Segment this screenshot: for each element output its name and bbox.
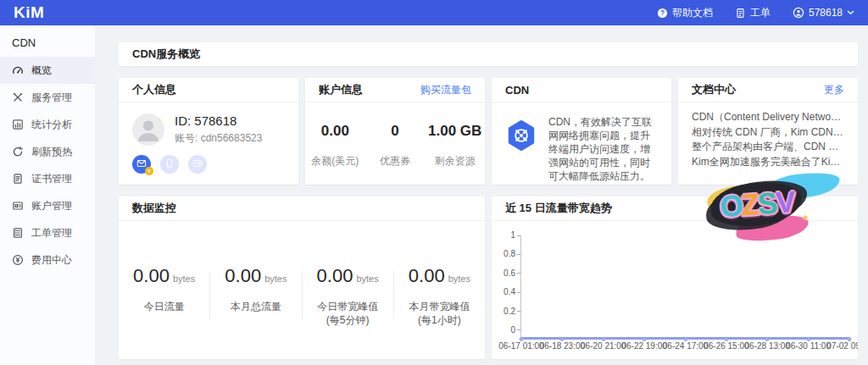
remaining-resource-label: 剩余资源 bbox=[425, 154, 485, 169]
bar-chart-icon bbox=[12, 119, 24, 130]
user-menu[interactable]: 578618 bbox=[793, 7, 854, 19]
today-traffic-value: 0.00 bbox=[133, 265, 170, 286]
today-peak-bandwidth-stat: 0.00bytes 今日带宽峰值(每5分钟) bbox=[303, 265, 393, 327]
x-tick-label: 06-18 23:00 bbox=[540, 341, 585, 351]
user-id-value: ID: 578618 bbox=[175, 113, 262, 128]
verified-badge: v bbox=[145, 167, 153, 175]
account-info-card: 账户信息 购买流量包 0.00 余额(美元) 0 优惠券 1.00 GB 剩余资… bbox=[305, 78, 485, 185]
phone-button[interactable] bbox=[160, 155, 179, 174]
sidebar-item-label: 证书管理 bbox=[31, 172, 72, 186]
cdn-card-title: CDN bbox=[505, 84, 529, 97]
help-docs-button[interactable]: ? 帮助文档 bbox=[657, 6, 713, 20]
id-card-button[interactable] bbox=[188, 155, 207, 174]
today-traffic-stat: 0.00bytes 今日流量 bbox=[119, 265, 209, 313]
balance-stat: 0.00 余额(美元) bbox=[305, 123, 365, 169]
y-tick-label: 0.6 bbox=[504, 269, 520, 278]
user-account-value: 账号: cdn56683523 bbox=[175, 131, 262, 146]
ticket-list-icon bbox=[12, 227, 24, 239]
x-tick-label: 06-22 19:00 bbox=[621, 341, 666, 351]
sidebar-item-label: 工单管理 bbox=[31, 226, 72, 241]
ticket-icon bbox=[735, 8, 746, 19]
email-verified-button[interactable]: v bbox=[132, 155, 151, 174]
x-tick-label: 07-02 09:00 bbox=[826, 341, 858, 351]
sidebar-item-account-management[interactable]: 账户管理 bbox=[0, 192, 95, 219]
doc-link[interactable]: CDN（Content Delivery Network），也即内容分发... bbox=[692, 110, 844, 125]
x-tick-label: 06-26 15:00 bbox=[704, 341, 748, 351]
chart-x-axis: 06-17 01:0006-18 23:0006-20 21:0006-22 1… bbox=[521, 339, 849, 352]
coupon-value: 0 bbox=[365, 123, 426, 140]
sidebar-item-certificate-management[interactable]: 证书管理 bbox=[0, 165, 95, 192]
today-peak-value: 0.00 bbox=[317, 265, 353, 286]
doc-link[interactable]: 整个产品架构由客户端、CDN 网络、企业源站、... bbox=[692, 140, 844, 155]
sidebar-section-title: CDN bbox=[0, 25, 95, 57]
refresh-icon bbox=[12, 146, 24, 158]
x-tick-label: 06-24 17:00 bbox=[663, 341, 708, 351]
sidebar-item-ticket-management[interactable]: 工单管理 bbox=[0, 219, 95, 246]
month-traffic-value: 0.00 bbox=[225, 265, 261, 286]
y-tick-label: 0.8 bbox=[504, 250, 520, 258]
cdn-promo-card: CDN CDN，有效解决了互联网网络拥塞问题，提升终端用户访问速度，增强网站的可… bbox=[492, 78, 671, 185]
docs-center-card: 文档中心 更多 CDN（Content Delivery Network），也即… bbox=[678, 78, 858, 185]
sidebar-item-label: 费用中心 bbox=[31, 253, 72, 268]
sidebar-item-label: 统计分析 bbox=[31, 118, 72, 132]
chart-y-axis: 10.80.60.40.20 bbox=[498, 231, 520, 335]
sidebar-item-label: 刷新预热 bbox=[31, 145, 72, 159]
cdn-hexagon-icon bbox=[505, 119, 537, 152]
y-tick-label: 0.4 bbox=[504, 288, 520, 296]
sidebar-item-overview[interactable]: 概览 bbox=[0, 57, 95, 84]
remaining-resource-value: 1.00 GB bbox=[425, 123, 485, 140]
certificate-icon bbox=[12, 173, 24, 185]
account-card-icon bbox=[12, 200, 24, 212]
chevron-down-icon bbox=[847, 10, 854, 15]
bandwidth-trend-title: 近 15 日流量带宽趋势 bbox=[505, 201, 612, 216]
gauge-icon bbox=[12, 64, 24, 76]
coupon-label: 优惠券 bbox=[365, 154, 426, 169]
ticket-button[interactable]: 工单 bbox=[735, 6, 771, 20]
sidebar-item-refresh-preheat[interactable]: 刷新预热 bbox=[0, 138, 95, 165]
main-content: CDN服务概览 个人信息 ID: 578618 账号: cdn56683523 bbox=[95, 25, 868, 365]
doc-link[interactable]: Kim全网加速服务完美融合了Kim对象存储和 CDN ... bbox=[692, 155, 844, 170]
topbar-actions: ? 帮助文档 工单 578618 bbox=[657, 6, 854, 20]
balance-value: 0.00 bbox=[305, 123, 365, 140]
sidebar-item-label: 服务管理 bbox=[31, 91, 72, 105]
sidebar-item-billing-center[interactable]: 费用中心 bbox=[0, 246, 95, 274]
bandwidth-trend-card: 近 15 日流量带宽趋势 10.80.60.40.20 06-17 01:000… bbox=[492, 196, 858, 359]
user-id: 578618 bbox=[809, 7, 843, 19]
cdn-description: CDN，有效解决了互联网网络拥塞问题，提升终端用户访问速度，增强网站的可用性，同… bbox=[548, 115, 659, 183]
personal-info-card: 个人信息 ID: 578618 账号: cdn56683523 bbox=[119, 78, 298, 185]
doc-link[interactable]: 相对传统 CDN 厂商，Kim CDN 服务完全实现全自... bbox=[692, 125, 844, 141]
phone-icon bbox=[164, 157, 175, 172]
x-tick-label: 06-30 11:00 bbox=[786, 341, 831, 351]
sidebar-item-statistics[interactable]: 统计分析 bbox=[0, 111, 95, 138]
buy-traffic-package-link[interactable]: 购买流量包 bbox=[420, 83, 471, 97]
page-title: CDN服务概览 bbox=[119, 42, 858, 66]
question-circle-icon: ? bbox=[657, 8, 668, 19]
sidebar-item-label: 账户管理 bbox=[31, 199, 72, 213]
data-monitor-title: 数据监控 bbox=[132, 201, 176, 216]
docs-center-title: 文档中心 bbox=[692, 82, 736, 97]
chart-plot-area bbox=[520, 235, 849, 339]
tools-icon bbox=[12, 91, 24, 103]
y-tick-label: 0 bbox=[510, 326, 520, 335]
balance-label: 余额(美元) bbox=[305, 154, 365, 169]
user-circle-icon bbox=[793, 7, 804, 19]
bandwidth-trend-chart: 10.80.60.40.20 06-17 01:0006-18 23:0006-… bbox=[492, 221, 858, 352]
docs-more-link[interactable]: 更多 bbox=[824, 83, 844, 97]
sidebar-item-label: 概览 bbox=[31, 64, 52, 78]
avatar bbox=[132, 113, 164, 146]
fee-icon bbox=[12, 254, 24, 266]
coupon-stat: 0 优惠券 bbox=[365, 123, 426, 169]
svg-text:?: ? bbox=[660, 8, 665, 17]
help-docs-label: 帮助文档 bbox=[672, 6, 713, 20]
month-peak-bandwidth-stat: 0.00bytes 本月带宽峰值(每1小时) bbox=[394, 265, 485, 327]
ticket-label: 工单 bbox=[750, 6, 771, 20]
id-card-icon bbox=[192, 157, 203, 172]
app-logo[interactable]: KiM bbox=[14, 0, 44, 25]
account-info-title: 账户信息 bbox=[319, 82, 363, 97]
remaining-resource-stat: 1.00 GB 剩余资源 bbox=[425, 123, 485, 169]
month-traffic-stat: 0.00bytes 本月总流量 bbox=[210, 265, 301, 313]
personal-info-title: 个人信息 bbox=[132, 82, 176, 97]
sidebar-item-service-management[interactable]: 服务管理 bbox=[0, 84, 95, 111]
month-peak-value: 0.00 bbox=[409, 265, 445, 286]
sidebar: CDN 概览 服务管理 统计分析 刷新预热 bbox=[0, 25, 95, 365]
